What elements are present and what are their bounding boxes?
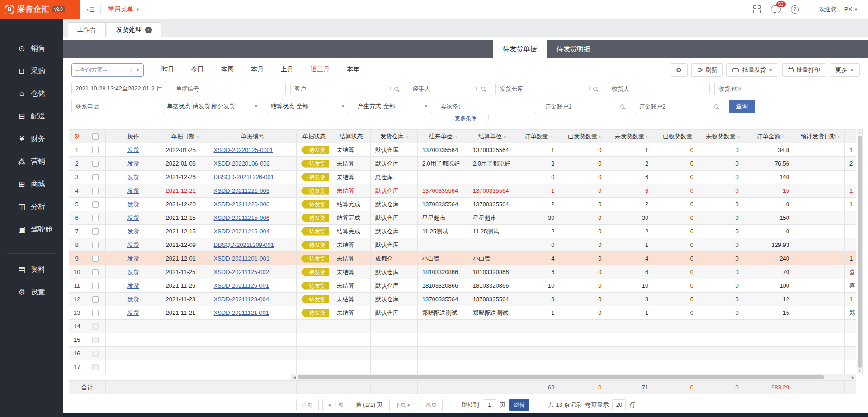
sidebar-item-delivery[interactable]: ⊟配送 [0,105,63,128]
horizontal-scroll-thumb[interactable] [298,375,824,379]
filter-field-订金账户2[interactable] [635,100,724,113]
sidebar-item-settings[interactable]: ⚙设置 [0,281,63,303]
sidebar-collapse-icon[interactable]: ‹☰ [80,0,100,19]
filter-input-收货人[interactable] [612,85,706,92]
date-filter-本年[interactable]: 本年 [346,64,360,76]
row-checkbox[interactable] [92,283,99,289]
toolbar-button-刷新[interactable]: ⟳刷新 [691,63,723,77]
select-all-checkbox[interactable] [92,133,99,140]
doc-number-link[interactable]: XSDD-20211121-001 [214,309,269,316]
per-page-input[interactable] [612,399,626,410]
filter-field-单据状态[interactable]: 单据状态待发货,部分发货▼ [163,100,262,113]
doc-number-link[interactable]: XSDD-20211125-001 [214,282,269,289]
doc-number-link[interactable]: XSDD-20211125-002 [214,269,269,275]
search-icon[interactable] [620,104,624,109]
tab-发货处理[interactable]: 发货处理× [107,22,161,37]
filter-field-经手人[interactable]: + [409,82,491,95]
filter-field-收货人[interactable] [608,82,710,95]
toolbar-button-更多[interactable]: 更多▼ [830,63,860,77]
sort-icon[interactable]: ↑↓ [503,134,506,139]
chevron-down-icon[interactable]: ▼ [136,68,140,72]
row-checkbox[interactable] [92,242,99,248]
sort-icon[interactable]: ↑↓ [550,134,552,139]
row-checkbox[interactable] [92,161,99,167]
vertical-scrollbar[interactable]: ▲ ▼ [857,129,863,374]
horizontal-scroll-track[interactable] [297,374,850,380]
sort-icon[interactable]: ↑↓ [782,134,784,139]
add-scheme-icon[interactable]: + [129,66,133,74]
view-tab-待发货单据[interactable]: 待发货单据 [493,40,547,58]
ship-link[interactable]: 发货 [127,242,139,248]
toolbar-button-settings[interactable]: ⚙ [670,63,688,77]
common-menu-dropdown[interactable]: 常用菜单 ▼ [101,0,147,19]
chevron-down-icon[interactable]: ▼ [254,104,258,109]
sidebar-item-cockpit[interactable]: ▣驾驶舱 [0,218,63,241]
sort-icon[interactable]: ↑↓ [646,134,648,139]
filter-field-产生方式[interactable]: 产生方式全部▼ [354,100,432,113]
row-checkbox[interactable] [92,188,99,194]
doc-number-link[interactable]: DBSQD-20211209-001 [214,242,274,248]
search-icon[interactable] [714,104,718,109]
date-filter-上月[interactable]: 上月 [280,64,294,76]
filter-input-单据编号[interactable] [176,85,282,92]
filter-field-联系电话[interactable] [71,100,158,113]
filter-field-卖家备注[interactable] [437,100,536,113]
ship-link[interactable]: 发货 [127,296,139,303]
ship-link[interactable]: 发货 [127,147,139,153]
date-filter-近三月[interactable]: 近三月 [310,64,330,76]
sidebar-item-data[interactable]: ▤资料 [0,258,63,281]
filter-field-结算状态[interactable]: 结算状态全部▼ [267,100,349,113]
sidebar-item-warehouse[interactable]: ⌂仓储 [0,82,63,105]
apps-grid-icon[interactable] [753,5,761,13]
vertical-scroll-thumb[interactable] [858,136,862,368]
sort-icon[interactable]: ↑↓ [736,134,739,139]
filter-input-客户[interactable] [294,85,386,92]
sidebar-item-finance[interactable]: ¥财务 [0,128,63,150]
doc-number-link[interactable]: XSDD-20220125-0001 [214,147,274,153]
row-checkbox[interactable] [92,296,99,303]
filter-field-daterange[interactable]: 2021-10-28 13:42至2022-01-28 23:59 [71,82,167,95]
help-icon[interactable]: ? [791,5,799,14]
horizontal-scrollbar[interactable]: ◀ ▶ [291,374,856,380]
row-checkbox[interactable] [92,215,99,221]
doc-number-link[interactable]: XSDD-20211221-003 [214,187,269,194]
plus-icon[interactable]: + [388,85,392,92]
more-conditions-link[interactable]: 更多条件 [443,114,489,123]
plus-icon[interactable]: + [475,85,479,92]
date-filter-今日[interactable]: 今日 [190,64,205,76]
ship-link[interactable]: 发货 [127,255,139,262]
jump-button[interactable]: 跳转 [509,399,529,411]
row-checkbox[interactable] [92,310,99,316]
doc-number-link[interactable]: DBSQD-20211226-001 [214,174,274,180]
ship-link[interactable]: 发货 [127,160,139,167]
ship-link[interactable]: 发货 [127,282,139,289]
sort-icon[interactable]: ↑↓ [405,134,408,139]
sidebar-item-sales[interactable]: ⊙销售 [0,37,63,60]
filter-input-经手人[interactable] [413,85,473,92]
jump-page-input[interactable] [483,399,496,410]
ship-link[interactable]: 发货 [127,174,139,180]
first-page-button[interactable]: 首页 [296,399,319,411]
sidebar-item-mall[interactable]: ⊞商城 [0,173,63,195]
row-checkbox[interactable] [92,256,99,262]
plus-icon[interactable]: + [587,85,591,92]
filter-field-发货仓库[interactable]: + [495,82,603,95]
filter-field-单据编号[interactable] [172,82,286,95]
ship-link[interactable]: 发货 [127,187,139,194]
ship-link[interactable]: 发货 [127,214,139,221]
user-menu[interactable]: 欢迎您， PX ▼ [819,5,858,14]
date-filter-昨日[interactable]: 昨日 [160,64,175,76]
search-button[interactable]: 查询 [729,100,755,113]
filter-input-订金账户2[interactable] [639,103,712,110]
doc-number-link[interactable]: XSDD-20211215-006 [214,214,269,221]
ship-link[interactable]: 发货 [127,269,139,275]
filter-field-收货地址[interactable] [714,82,816,95]
scroll-up-icon[interactable]: ▲ [858,130,861,135]
sidebar-item-analysis[interactable]: ◫分析 [0,195,63,218]
doc-number-link[interactable]: XSDD-20211215-004 [214,228,269,235]
sort-icon[interactable]: ↑↓ [599,134,601,139]
scroll-down-icon[interactable]: ▼ [858,368,861,374]
ship-link[interactable]: 发货 [127,201,139,208]
next-page-button[interactable]: 下页▶ [389,399,416,411]
sidebar-item-purchase[interactable]: ⊔采购 [0,60,63,82]
